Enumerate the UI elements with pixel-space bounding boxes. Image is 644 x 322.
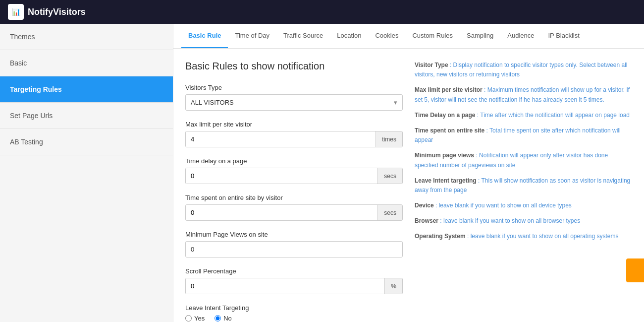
help-max-limit-key: Max limit per site visitor (415, 86, 483, 93)
scroll-pct-label: Scroll Percentage (185, 267, 403, 275)
page-title: Basic Rules to show notification (185, 61, 403, 72)
time-delay-input[interactable] (186, 168, 377, 184)
leave-intent-radio-group: Yes No (185, 315, 403, 322)
app-logo: 📊 NotifyVisitors (8, 4, 86, 20)
scroll-pct-group: Scroll Percentage % (185, 267, 403, 294)
tab-ip-blacklist[interactable]: IP Blacklist (541, 24, 586, 49)
max-limit-suffix: times (376, 131, 402, 147)
sidebar-item-themes[interactable]: Themes (0, 24, 173, 50)
logo-text: NotifyVisitors (28, 7, 86, 17)
help-os-val: : leave blank if you want to show on all… (466, 233, 619, 240)
max-limit-label: Max limit per site visitor (185, 121, 403, 128)
leave-intent-group: Leave Intent Targeting Yes No (185, 304, 403, 322)
time-spent-input-wrapper: secs (185, 204, 403, 221)
leave-intent-no-radio[interactable] (215, 315, 221, 322)
help-time-delay-val: : Time after which the notification will… (476, 112, 630, 119)
main-layout: Themes Basic Targeting Rules Set Page Ur… (0, 24, 644, 322)
sidebar-item-targeting-rules[interactable]: Targeting Rules (0, 76, 173, 103)
visitors-type-select-wrapper[interactable]: ALL VISITORS NEW VISITORS RETURNING VISI… (185, 94, 403, 111)
help-time-delay: Time Delay on a page : Time after which … (415, 111, 632, 120)
leave-intent-yes-label[interactable]: Yes (185, 315, 205, 322)
app-header: 📊 NotifyVisitors (0, 0, 644, 24)
time-spent-input[interactable] (186, 205, 377, 220)
tab-time-of-day[interactable]: Time of Day (228, 24, 276, 49)
time-delay-suffix: secs (377, 168, 402, 184)
max-limit-input-wrapper: times (185, 131, 403, 147)
min-page-views-input[interactable] (185, 241, 403, 258)
leave-intent-no-label[interactable]: No (215, 315, 232, 322)
help-browser: Browser : leave blank if you want to sho… (415, 216, 632, 226)
help-device: Device : leave blank if you want to show… (415, 201, 632, 210)
content-area: Basic Rules to show notification Visitor… (173, 49, 644, 322)
help-leave-intent-key: Leave Intent targeting (415, 177, 477, 184)
help-device-key: Device (415, 202, 434, 209)
leave-intent-label: Leave Intent Targeting (185, 304, 403, 312)
sidebar-item-ab-testing[interactable]: AB Testing (0, 129, 173, 155)
visitors-type-select[interactable]: ALL VISITORS NEW VISITORS RETURNING VISI… (186, 95, 402, 110)
form-panel: Basic Rules to show notification Visitor… (185, 61, 403, 322)
tab-custom-rules[interactable]: Custom Rules (405, 24, 460, 49)
help-visitor-type: Visitor Type : Display notification to s… (415, 61, 632, 79)
tab-location[interactable]: Location (330, 24, 368, 49)
time-spent-group: Time spent on entire site by visitor sec… (185, 194, 403, 221)
sidebar-item-basic[interactable]: Basic (0, 50, 173, 76)
time-delay-label: Time delay on a page (185, 157, 403, 165)
help-time-spent: Time spent on entire site : Total time s… (415, 126, 632, 145)
help-os-key: Operating System (415, 233, 466, 240)
sidebar: Themes Basic Targeting Rules Set Page Ur… (0, 24, 173, 322)
time-spent-label: Time spent on entire site by visitor (185, 194, 403, 201)
min-page-views-label: Minimum Page Views on site (185, 231, 403, 238)
scroll-pct-input-wrapper: % (185, 278, 403, 294)
help-browser-key: Browser (415, 217, 438, 224)
tab-sampling[interactable]: Sampling (460, 24, 500, 49)
help-leave-intent: Leave Intent targeting : This will show … (415, 176, 632, 195)
floating-action-button[interactable] (626, 258, 644, 282)
sidebar-item-set-page-urls[interactable]: Set Page Urls (0, 103, 173, 129)
tabs-bar: Basic Rule Time of Day Traffic Source Lo… (173, 24, 644, 49)
help-device-val: : leave blank if you want to show on all… (434, 202, 572, 209)
help-browser-val: : leave blank if you want to show on all… (438, 217, 580, 224)
help-visitor-type-key: Visitor Type (415, 62, 448, 68)
tab-audience[interactable]: Audience (500, 24, 541, 49)
main-content: Basic Rule Time of Day Traffic Source Lo… (173, 24, 644, 322)
time-spent-suffix: secs (377, 205, 402, 220)
min-page-views-group: Minimum Page Views on site (185, 231, 403, 258)
tab-cookies[interactable]: Cookies (368, 24, 405, 49)
visitors-type-group: Visitors Type ALL VISITORS NEW VISITORS … (185, 84, 403, 111)
max-limit-input[interactable] (186, 131, 376, 147)
tab-traffic-source[interactable]: Traffic Source (276, 24, 330, 49)
help-panel: Visitor Type : Display notification to s… (415, 61, 632, 322)
visitors-type-label: Visitors Type (185, 84, 403, 91)
help-os: Operating System : leave blank if you wa… (415, 232, 632, 241)
help-min-page-key: Minimum page views (415, 152, 474, 159)
time-delay-input-wrapper: secs (185, 168, 403, 184)
help-min-page: Minimum page views : Notification will a… (415, 151, 632, 170)
leave-intent-yes-radio[interactable] (185, 315, 192, 322)
tab-basic-rule[interactable]: Basic Rule (181, 24, 228, 49)
help-time-delay-key: Time Delay on a page (415, 112, 476, 119)
help-time-spent-key: Time spent on entire site (415, 127, 484, 134)
logo-icon: 📊 (8, 4, 24, 20)
time-delay-group: Time delay on a page secs (185, 157, 403, 184)
max-limit-group: Max limit per site visitor times (185, 121, 403, 147)
scroll-pct-suffix: % (384, 278, 402, 294)
scroll-pct-input[interactable] (186, 278, 384, 294)
help-max-limit: Max limit per site visitor : Maximum tim… (415, 85, 632, 104)
